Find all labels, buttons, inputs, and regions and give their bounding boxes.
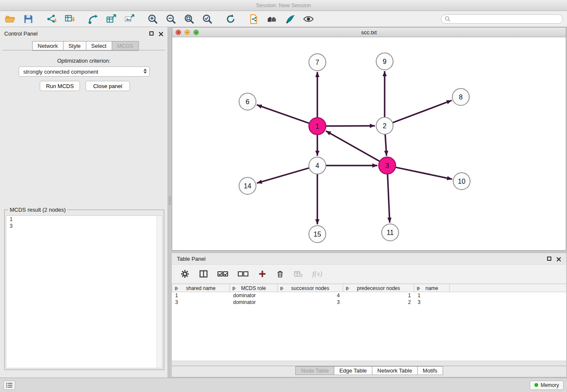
tab-network-table[interactable]: Network Table: [372, 366, 418, 375]
delete-column-icon[interactable]: [276, 270, 284, 278]
table-cell[interactable]: 3: [278, 299, 343, 305]
memory-status-icon: [534, 383, 538, 387]
sort-icon: [345, 286, 350, 291]
mcds-result-item[interactable]: 3: [6, 223, 162, 229]
network-canvas[interactable]: 1234678910111415: [172, 37, 566, 250]
column-header-label: shared name: [172, 285, 229, 291]
control-panel-header: Control Panel: [0, 27, 168, 40]
tab-edge-table[interactable]: Edge Table: [334, 366, 372, 375]
status-bar: Memory: [0, 378, 567, 392]
graph-edge-1-6[interactable]: [257, 105, 309, 124]
sort-icon: [174, 286, 179, 291]
search-input[interactable]: [453, 16, 559, 22]
table-cell[interactable]: 3: [414, 299, 450, 305]
minimize-window-icon[interactable]: [184, 30, 190, 35]
table-cell[interactable]: dominator: [230, 293, 278, 298]
graph-edge-2-3[interactable]: [385, 134, 386, 156]
table-settings-gear-icon[interactable]: [180, 269, 190, 279]
tab-network[interactable]: Network: [32, 41, 63, 51]
result-scrollbar[interactable]: [157, 216, 162, 368]
float-panel-icon[interactable]: [149, 31, 154, 36]
graph-edge-2-8[interactable]: [393, 100, 452, 123]
import-network-icon[interactable]: [46, 13, 58, 25]
graph-node-label: 6: [246, 98, 250, 105]
table-cell[interactable]: 2: [343, 299, 414, 305]
column-header-label: MCDS role: [230, 285, 277, 291]
home-icon[interactable]: [266, 13, 278, 25]
criterion-dropdown[interactable]: strongly connected component: [19, 66, 150, 77]
network-window-title: scc.txt: [361, 29, 377, 36]
run-mcds-button[interactable]: Run MCDS: [40, 81, 80, 91]
show-columns-icon[interactable]: [199, 269, 208, 279]
tab-motifs[interactable]: Motifs: [417, 366, 443, 375]
clipboard-share-icon[interactable]: [248, 13, 260, 25]
create-column-icon[interactable]: [258, 270, 267, 278]
open-file-icon[interactable]: [4, 13, 16, 25]
main-toolbar: [0, 11, 567, 27]
close-window-icon[interactable]: [176, 30, 181, 35]
zoom-group: [147, 13, 213, 25]
graph-edge-3-10[interactable]: [396, 167, 452, 179]
graph-edge-3-1[interactable]: [326, 131, 380, 161]
column-header-MCDS-role[interactable]: MCDS role: [230, 284, 278, 292]
export-table-icon[interactable]: [105, 13, 117, 25]
graph-node-label: 9: [383, 58, 387, 65]
zoom-selected-icon[interactable]: [201, 13, 213, 25]
graph-edge-1-2[interactable]: [326, 126, 375, 126]
mcds-result-area: 13: [6, 215, 162, 368]
import-table-icon[interactable]: [64, 13, 76, 25]
table-cell[interactable]: 4: [278, 293, 343, 298]
dropdown-stepper-icon: [143, 69, 147, 74]
panel-splitter[interactable]: [168, 27, 172, 378]
show-hide-eye-icon[interactable]: [303, 13, 314, 25]
close-panel-button[interactable]: Close panel: [85, 81, 130, 91]
table-cell[interactable]: 1: [414, 293, 450, 298]
tab-select[interactable]: Select: [86, 41, 112, 51]
network-graph-svg: 1234678910111415: [172, 37, 566, 250]
deselect-all-columns-icon[interactable]: [238, 270, 249, 278]
mcds-result-item[interactable]: 1: [6, 216, 162, 223]
graph-edge-4-14[interactable]: [257, 168, 309, 183]
mcds-result-box: MCDS result (2 nodes) 13: [4, 207, 164, 370]
column-header-predecessor-nodes[interactable]: predecessor nodes: [343, 284, 414, 292]
zoom-out-icon[interactable]: [165, 13, 177, 25]
sort-icon: [280, 286, 284, 291]
table-cell[interactable]: dominator: [230, 299, 278, 305]
control-panel-tabs: Network Style Select MCDS: [32, 41, 138, 51]
refresh-icon[interactable]: [225, 13, 237, 25]
table-row[interactable]: 3dominator323: [172, 299, 566, 306]
table-hscrollbar[interactable]: [172, 361, 566, 366]
tab-divider: [3, 50, 165, 50]
tab-style[interactable]: Style: [63, 41, 86, 51]
tab-mcds[interactable]: MCDS: [112, 41, 139, 51]
zoom-fit-icon[interactable]: [183, 13, 195, 25]
select-all-columns-icon[interactable]: [217, 270, 228, 278]
control-panel-title: Control Panel: [4, 30, 38, 37]
criterion-dropdown-value: strongly connected component: [23, 69, 98, 75]
float-table-panel-icon[interactable]: [547, 257, 551, 261]
graph-edge-3-11[interactable]: [388, 174, 390, 223]
close-panel-icon[interactable]: [159, 31, 163, 36]
table-cell[interactable]: 1: [172, 293, 230, 298]
column-header-successor-nodes[interactable]: successor nodes: [278, 284, 343, 292]
maximize-window-icon[interactable]: [193, 30, 199, 35]
table-cell[interactable]: 1: [343, 293, 414, 298]
memory-button[interactable]: Memory: [530, 381, 564, 390]
export-network-icon[interactable]: [87, 13, 99, 25]
task-history-button[interactable]: [3, 381, 15, 390]
column-header-name[interactable]: name: [414, 284, 450, 292]
close-table-panel-icon[interactable]: [556, 257, 561, 261]
table-cell[interactable]: 3: [172, 299, 230, 305]
splitter-handle-icon[interactable]: [169, 196, 171, 205]
column-header-shared-name[interactable]: shared name: [172, 284, 230, 292]
table-row[interactable]: 1dominator411: [172, 292, 566, 299]
zoom-in-icon[interactable]: [147, 13, 159, 25]
save-session-icon[interactable]: [22, 13, 34, 25]
tab-node-table[interactable]: Node Table: [295, 366, 334, 375]
search-box: [441, 14, 563, 24]
network-window-titlebar: scc.txt: [172, 28, 566, 37]
memory-label: Memory: [541, 382, 559, 388]
node-table-body: 1dominator4113dominator323: [172, 292, 566, 306]
style-brush-icon[interactable]: [284, 13, 296, 25]
export-image-icon[interactable]: [124, 13, 135, 25]
